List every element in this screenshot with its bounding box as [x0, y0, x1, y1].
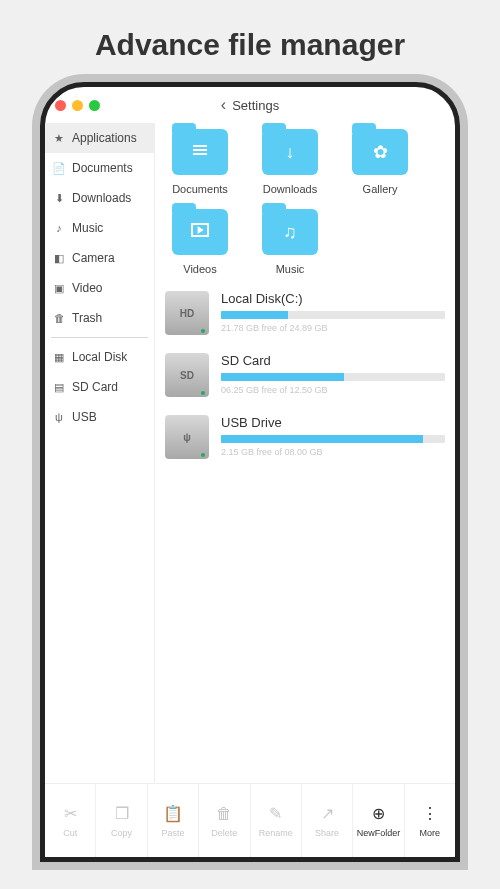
- sidebar-item-usb[interactable]: ψUSB: [45, 402, 154, 432]
- storage-name: USB Drive: [221, 415, 445, 430]
- sidebar-item-sd-card[interactable]: ▤SD Card: [45, 372, 154, 402]
- sidebar-item-label: Music: [72, 221, 103, 235]
- sidebar-divider: [51, 337, 148, 338]
- folder-downloads[interactable]: ↓Downloads: [255, 129, 325, 195]
- content: Documents↓Downloads✿GalleryVideos♫Music …: [155, 123, 455, 783]
- sidebar-item-applications[interactable]: ★Applications: [45, 123, 154, 153]
- delete-icon: 🗑: [216, 804, 232, 824]
- minimize-icon[interactable]: [72, 100, 83, 111]
- storage-item[interactable]: SDSD Card06.25 GB free of 12.50 GB: [165, 353, 445, 397]
- folder-label: Gallery: [363, 183, 398, 195]
- music-inner-icon: ♫: [283, 222, 297, 243]
- folder-icon: [172, 209, 228, 255]
- documents-inner-icon: [193, 143, 207, 161]
- more-icon: ⋮: [422, 804, 438, 824]
- storage-list: HDLocal Disk(C:)21.78 GB free of 24.89 G…: [165, 291, 445, 459]
- folder-music[interactable]: ♫Music: [255, 209, 325, 275]
- downloads-inner-icon: ↓: [286, 142, 295, 163]
- camera-icon: ◧: [53, 252, 65, 265]
- copy-icon: ❐: [115, 804, 129, 824]
- disk-icon: ψ: [165, 415, 209, 459]
- share-button[interactable]: ↗Share: [302, 784, 353, 857]
- storage-item[interactable]: HDLocal Disk(C:)21.78 GB free of 24.89 G…: [165, 291, 445, 335]
- usb-icon: ψ: [53, 411, 65, 423]
- storage-bar-fill: [221, 435, 423, 443]
- folder-icon: [172, 129, 228, 175]
- trash-icon: 🗑: [53, 312, 65, 324]
- folder-label: Videos: [183, 263, 216, 275]
- storage-bar-fill: [221, 373, 344, 381]
- page-title: Advance file manager: [0, 0, 500, 82]
- disk-icon: HD: [165, 291, 209, 335]
- storage-name: Local Disk(C:): [221, 291, 445, 306]
- bottombar-label: Delete: [211, 828, 237, 838]
- close-icon[interactable]: [55, 100, 66, 111]
- folder-gallery[interactable]: ✿Gallery: [345, 129, 415, 195]
- folder-label: Downloads: [263, 183, 317, 195]
- chevron-left-icon: ‹: [221, 96, 226, 114]
- sidebar-item-label: SD Card: [72, 380, 118, 394]
- copy-button[interactable]: ❐Copy: [96, 784, 147, 857]
- device-frame: ‹ Settings ★Applications📄Documents⬇Downl…: [40, 82, 460, 862]
- back-label: Settings: [232, 98, 279, 113]
- rename-icon: ✎: [269, 804, 282, 824]
- sidebar-item-label: Documents: [72, 161, 133, 175]
- folder-icon: ✿: [352, 129, 408, 175]
- folder-documents[interactable]: Documents: [165, 129, 235, 195]
- sidebar-item-camera[interactable]: ◧Camera: [45, 243, 154, 273]
- bottombar-label: More: [420, 828, 441, 838]
- disk-icon: SD: [165, 353, 209, 397]
- folder-label: Documents: [172, 183, 228, 195]
- sidebar-item-label: Downloads: [72, 191, 131, 205]
- storage-bar: [221, 311, 445, 319]
- sd-card-icon: ▤: [53, 381, 65, 394]
- sidebar-item-downloads[interactable]: ⬇Downloads: [45, 183, 154, 213]
- video-icon: ▣: [53, 282, 65, 295]
- bottombar-label: Cut: [63, 828, 77, 838]
- sidebar-item-label: USB: [72, 410, 97, 424]
- folder-icon: ♫: [262, 209, 318, 255]
- folder-label: Music: [276, 263, 305, 275]
- bottombar-label: NewFolder: [357, 828, 401, 838]
- sidebar-item-trash[interactable]: 🗑Trash: [45, 303, 154, 333]
- storage-subtext: 21.78 GB free of 24.89 GB: [221, 323, 445, 333]
- downloads-icon: ⬇: [53, 192, 65, 205]
- newfolder-icon: ⊕: [372, 804, 385, 824]
- more-button[interactable]: ⋮More: [405, 784, 455, 857]
- paste-button[interactable]: 📋Paste: [148, 784, 199, 857]
- storage-item[interactable]: ψUSB Drive2.15 GB free of 08.00 GB: [165, 415, 445, 459]
- sidebar-item-video[interactable]: ▣Video: [45, 273, 154, 303]
- sidebar-item-music[interactable]: ♪Music: [45, 213, 154, 243]
- storage-subtext: 2.15 GB free of 08.00 GB: [221, 447, 445, 457]
- sidebar-item-label: Local Disk: [72, 350, 127, 364]
- delete-button[interactable]: 🗑Delete: [199, 784, 250, 857]
- documents-icon: 📄: [53, 162, 65, 175]
- maximize-icon[interactable]: [89, 100, 100, 111]
- bottombar-label: Rename: [259, 828, 293, 838]
- local-disk-icon: ▦: [53, 351, 65, 364]
- sidebar-item-label: Trash: [72, 311, 102, 325]
- sidebar-item-local-disk[interactable]: ▦Local Disk: [45, 342, 154, 372]
- newfolder-button[interactable]: ⊕NewFolder: [353, 784, 404, 857]
- applications-icon: ★: [53, 132, 65, 145]
- rename-button[interactable]: ✎Rename: [251, 784, 302, 857]
- storage-subtext: 06.25 GB free of 12.50 GB: [221, 385, 445, 395]
- folder-grid: Documents↓Downloads✿GalleryVideos♫Music: [165, 129, 445, 275]
- bottombar-label: Copy: [111, 828, 132, 838]
- sidebar-item-label: Video: [72, 281, 102, 295]
- bottombar: ✂Cut❐Copy📋Paste🗑Delete✎Rename↗Share⊕NewF…: [45, 783, 455, 857]
- paste-icon: 📋: [163, 804, 183, 824]
- traffic-lights: [55, 100, 100, 111]
- cut-icon: ✂: [64, 804, 77, 824]
- videos-inner-icon: [191, 223, 209, 241]
- sidebar: ★Applications📄Documents⬇Downloads♪Music◧…: [45, 123, 155, 783]
- sidebar-item-label: Applications: [72, 131, 137, 145]
- gallery-inner-icon: ✿: [373, 141, 388, 163]
- topbar: ‹ Settings: [45, 87, 455, 123]
- back-button[interactable]: ‹ Settings: [221, 96, 279, 114]
- share-icon: ↗: [321, 804, 334, 824]
- cut-button[interactable]: ✂Cut: [45, 784, 96, 857]
- folder-videos[interactable]: Videos: [165, 209, 235, 275]
- music-icon: ♪: [53, 222, 65, 234]
- sidebar-item-documents[interactable]: 📄Documents: [45, 153, 154, 183]
